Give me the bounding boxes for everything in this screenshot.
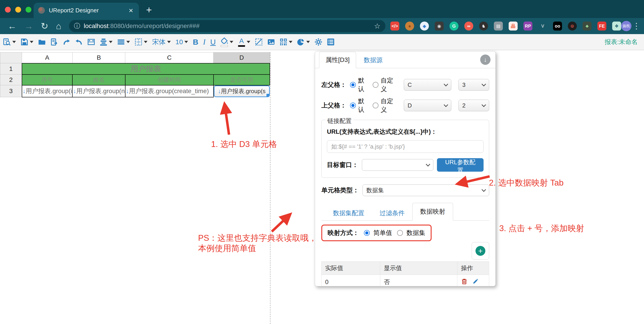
col-header-a[interactable]: A [22, 53, 72, 63]
row-height-icon[interactable] [117, 38, 130, 46]
col-header-c[interactable]: C [125, 53, 214, 63]
infinity-extension-icon[interactable]: ∞ [464, 22, 473, 31]
vue-extension-icon[interactable]: V [538, 22, 547, 31]
tab-datasource[interactable]: 数据源 [356, 52, 390, 68]
row-header-2[interactable]: 2 [0, 75, 22, 85]
url-text[interactable]: localhost:8080/demo/ureport/designer### [84, 23, 372, 30]
cell-c2[interactable]: 创建时间 [125, 75, 214, 85]
edit-row-icon[interactable] [472, 278, 479, 286]
dropdown-caret-icon[interactable] [289, 41, 292, 43]
save-icon[interactable] [20, 38, 34, 46]
new-tab-button[interactable]: + [146, 5, 152, 15]
cell-d2[interactable]: 是否可用 [214, 75, 270, 85]
minimize-window-button[interactable] [15, 7, 21, 13]
cell-c3[interactable]: ↓用户报表.group(create_time) [125, 85, 214, 97]
code-extension-icon[interactable]: </> [390, 22, 399, 31]
clear-cell-icon[interactable] [255, 38, 262, 46]
cell-d3-selected[interactable]: ↓用户报表.group(s [214, 85, 270, 97]
url-param-config-button[interactable]: URL参数配置 [437, 158, 484, 172]
import-file-icon[interactable] [50, 38, 58, 46]
mapping-simple-radio[interactable] [364, 230, 370, 236]
row-header-3[interactable]: 3 [0, 85, 22, 97]
panel-collapse-button[interactable]: ↓ [480, 55, 490, 65]
mask-extension-icon[interactable]: oo [553, 22, 562, 31]
home-icon[interactable]: ⌂ [56, 21, 62, 31]
cell-a1-title[interactable]: 用户报表 [22, 63, 270, 75]
font-size-select[interactable]: 10 [176, 38, 188, 46]
url-bar[interactable]: ⓘ localhost:8080/demo/ureport/designer##… [69, 20, 386, 32]
top-parent-custom-radio[interactable] [373, 103, 378, 108]
dropdown-caret-icon[interactable] [184, 41, 188, 43]
col-header-d[interactable]: D [214, 53, 270, 63]
browser-menu-icon[interactable]: ⋮ [632, 21, 640, 31]
delete-row-icon[interactable] [461, 278, 468, 286]
rp-extension-icon[interactable]: RP [524, 22, 532, 31]
forward-icon[interactable]: → [24, 21, 33, 31]
top-parent-col-select[interactable]: D [404, 100, 451, 111]
compass-extension-icon[interactable]: ⊙ [568, 22, 577, 31]
italic-icon[interactable]: I [203, 38, 206, 46]
redo-icon[interactable] [63, 38, 70, 46]
pin-extension-icon[interactable]: ◆ [420, 22, 429, 31]
dropdown-caret-icon[interactable] [247, 41, 250, 43]
font-family-select[interactable]: 宋体 [152, 38, 171, 47]
maximize-window-button[interactable] [26, 7, 31, 13]
cookie-extension-icon[interactable]: ● [405, 22, 414, 31]
grammarly-extension-icon[interactable]: G [450, 22, 458, 31]
cell-border-icon[interactable] [135, 38, 148, 46]
plant-extension-icon[interactable]: ♣ [582, 22, 592, 31]
left-parent-row-select[interactable]: 3 [458, 79, 489, 91]
cell-type-select[interactable]: 数据集 [362, 185, 489, 196]
row-header-1[interactable]: 1 [0, 63, 22, 75]
reload-icon[interactable]: ↻ [41, 21, 48, 31]
dropdown-caret-icon[interactable] [109, 41, 112, 43]
qrcode-icon[interactable] [280, 38, 292, 46]
preview-report-icon[interactable] [3, 38, 16, 46]
dropdown-caret-icon[interactable] [12, 41, 16, 43]
col-header-b[interactable]: B [72, 53, 125, 63]
bookmark-star-icon[interactable]: ☆ [374, 22, 380, 30]
open-file-icon[interactable] [38, 38, 46, 46]
top-parent-default-radio[interactable] [350, 103, 356, 108]
orgchart-extension-icon[interactable]: 品 [509, 22, 518, 31]
font-color-icon[interactable]: A [238, 37, 250, 47]
cell-b2[interactable]: 姓名 [72, 75, 125, 85]
camera-extension-icon[interactable]: ◉ [435, 22, 444, 31]
fill-color-icon[interactable] [220, 37, 233, 47]
site-info-icon[interactable]: ⓘ [74, 22, 80, 30]
dropdown-caret-icon[interactable] [144, 41, 148, 43]
notes-extension-icon[interactable]: ▤ [494, 22, 503, 31]
left-parent-col-select[interactable]: C [404, 79, 451, 91]
puzzle-extension-icon[interactable]: ❖ [612, 22, 621, 31]
cell-a2[interactable]: 序号 [22, 75, 72, 85]
insert-image-icon[interactable] [267, 38, 275, 46]
dropdown-caret-icon[interactable] [30, 41, 34, 43]
dropdown-caret-icon[interactable] [126, 41, 130, 43]
add-mapping-button[interactable]: + [472, 242, 489, 260]
bold-icon[interactable]: B [193, 38, 198, 46]
list-panel-icon[interactable] [327, 38, 334, 46]
cat-extension-icon[interactable]: ♞ [479, 22, 488, 31]
dropdown-caret-icon[interactable] [230, 41, 233, 43]
align-icon[interactable] [100, 38, 112, 46]
grid-corner[interactable] [0, 53, 22, 63]
undo-icon[interactable] [75, 38, 83, 46]
left-parent-custom-radio[interactable] [373, 82, 378, 88]
tab-properties-d3[interactable]: 属性[D3] [319, 52, 356, 68]
tab-data-mapping[interactable]: 数据映射 [412, 203, 453, 221]
close-window-button[interactable] [5, 7, 11, 13]
left-parent-default-radio[interactable] [350, 82, 356, 88]
dropdown-caret-icon[interactable] [167, 41, 171, 43]
cell-a3[interactable]: ↓用户报表.group(i [22, 85, 72, 97]
tab-close-icon[interactable]: × [127, 7, 134, 14]
merge-cells-icon[interactable] [88, 38, 95, 46]
profile-avatar[interactable]: 扬凯 [621, 21, 632, 31]
tab-dataset-config[interactable]: 数据集配置 [325, 206, 372, 220]
tab-filter-condition[interactable]: 过滤条件 [372, 206, 412, 220]
target-window-select[interactable] [362, 159, 433, 171]
settings-gear-icon[interactable] [314, 38, 322, 46]
top-parent-row-select[interactable]: 2 [458, 100, 489, 111]
underline-icon[interactable]: U [210, 38, 216, 46]
fe-extension-icon[interactable]: FE [598, 22, 606, 31]
chart-icon[interactable] [297, 38, 310, 46]
